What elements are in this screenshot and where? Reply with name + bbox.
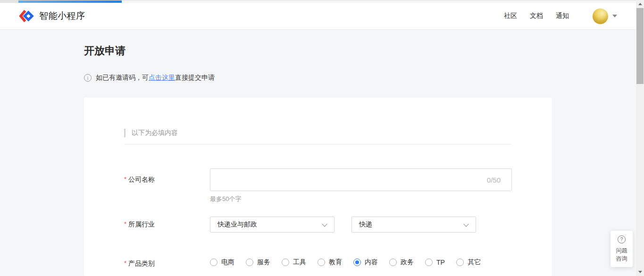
product-category-label-text: 产品类别 bbox=[128, 259, 155, 267]
product-category-option[interactable]: 电商 bbox=[210, 258, 234, 267]
industry-label-text: 所属行业 bbox=[128, 220, 155, 228]
nav-item-notifications[interactable]: 通知 bbox=[556, 12, 569, 20]
company-name-label-text: 公司名称 bbox=[128, 176, 155, 183]
info-icon: i bbox=[84, 74, 92, 82]
radio-icon bbox=[282, 259, 289, 266]
chevron-down-icon[interactable] bbox=[612, 15, 617, 17]
product-category-option[interactable]: TP bbox=[425, 259, 445, 266]
radio-label: 工具 bbox=[293, 258, 306, 267]
scroll-down-button[interactable] bbox=[636, 268, 644, 276]
radio-icon bbox=[210, 259, 217, 266]
radio-icon bbox=[425, 259, 433, 266]
product-category-option[interactable]: 教育 bbox=[318, 258, 342, 267]
radio-label: 电商 bbox=[221, 258, 234, 267]
help-widget-button[interactable]: ? 问题 咨询 bbox=[611, 231, 633, 267]
section-bar bbox=[124, 129, 125, 137]
header-nav: 社区 文档 通知 bbox=[491, 8, 617, 24]
required-asterisk: * bbox=[124, 176, 126, 183]
company-name-input[interactable] bbox=[210, 168, 512, 191]
click-here-link[interactable]: 点击这里 bbox=[149, 74, 175, 82]
required-asterisk: * bbox=[124, 220, 126, 227]
product-category-option[interactable]: 其它 bbox=[456, 258, 481, 267]
triangle-up-icon bbox=[638, 3, 642, 5]
industry-secondary-select[interactable]: 快递 bbox=[351, 217, 476, 233]
radio-label: 教育 bbox=[329, 258, 342, 267]
radio-label: 服务 bbox=[257, 258, 270, 267]
scroll-up-button[interactable] bbox=[636, 0, 644, 8]
nav-item-docs[interactable]: 文档 bbox=[530, 12, 543, 20]
header: 智能小程序 社区 文档 通知 bbox=[0, 3, 644, 30]
industry-secondary-value: 快递 bbox=[359, 220, 372, 229]
notice-prefix: 如已有邀请码，可 bbox=[96, 74, 149, 82]
industry-label: *所属行业 bbox=[124, 220, 155, 229]
product-category-option[interactable]: 政务 bbox=[389, 258, 414, 267]
invite-code-notice: i 如已有邀请码，可点击这里直接提交申请 bbox=[84, 74, 215, 82]
question-icon: ? bbox=[618, 235, 626, 243]
radio-icon bbox=[389, 259, 397, 266]
radio-label: TP bbox=[436, 259, 445, 266]
chevron-down-icon bbox=[463, 221, 468, 226]
company-name-label: *公司名称 bbox=[124, 176, 155, 184]
radio-icon bbox=[456, 259, 464, 266]
radio-label: 其它 bbox=[468, 258, 481, 267]
product-category-option[interactable]: 工具 bbox=[282, 258, 306, 267]
brand-title: 智能小程序 bbox=[39, 10, 85, 22]
radio-icon bbox=[246, 259, 253, 266]
product-category-option[interactable]: 服务 bbox=[246, 258, 270, 267]
brand-logo-icon bbox=[19, 9, 35, 23]
page-title: 开放申请 bbox=[84, 44, 125, 58]
product-category-option[interactable]: 内容 bbox=[353, 258, 378, 267]
radio-label: 政务 bbox=[401, 258, 414, 267]
notice-suffix: 直接提交申请 bbox=[175, 74, 215, 82]
help-line-1: 问题 bbox=[616, 247, 627, 255]
industry-primary-select[interactable]: 快递业与邮政 bbox=[210, 217, 335, 233]
radio-icon bbox=[318, 259, 325, 266]
section-title: 以下为必填内容 bbox=[132, 129, 178, 137]
avatar[interactable] bbox=[593, 8, 608, 24]
section-header: 以下为必填内容 bbox=[124, 129, 178, 137]
chevron-down-icon bbox=[322, 221, 327, 226]
required-asterisk: * bbox=[124, 259, 126, 267]
help-line-2: 咨询 bbox=[616, 255, 627, 263]
industry-primary-value: 快递业与邮政 bbox=[217, 220, 257, 229]
radio-label: 内容 bbox=[365, 258, 378, 267]
product-category-options: 电商 服务 工具 教育 内容 政务 TP 其它 bbox=[210, 258, 481, 267]
brand-logo-link[interactable]: 智能小程序 bbox=[19, 9, 85, 23]
company-name-input-wrap: 0/50 bbox=[210, 168, 512, 191]
company-name-helper: 最多50个字 bbox=[210, 195, 241, 203]
scrollbar bbox=[636, 0, 644, 276]
section-divider bbox=[124, 144, 511, 144]
radio-icon bbox=[353, 259, 361, 266]
application-form-card: 以下为必填内容 *公司名称 0/50 最多50个字 *所属行业 快递业与邮政 快… bbox=[84, 98, 552, 276]
scrollbar-thumb[interactable] bbox=[636, 8, 644, 84]
product-category-label: *产品类别 bbox=[124, 259, 155, 268]
nav-item-community[interactable]: 社区 bbox=[504, 12, 517, 20]
triangle-down-icon bbox=[638, 271, 642, 273]
